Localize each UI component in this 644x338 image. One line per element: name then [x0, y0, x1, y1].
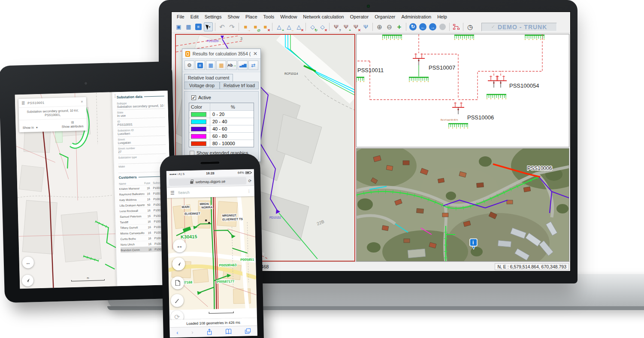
tablet-device: ☰ PSS10001 ✕ Substation secondary ground… [0, 61, 178, 303]
show-attributes-button[interactable]: ▤ Show attributes [61, 120, 83, 128]
chart-icon[interactable]: ▃▅▇ [238, 61, 248, 70]
legend-row: 40 - 60 [189, 125, 254, 132]
reload-icon[interactable]: ⟳ [248, 178, 252, 183]
results-tabs-top: Relative load current [182, 72, 260, 82]
phone-label-elverket-ts: ELVERKET TS [222, 217, 243, 221]
phone-map-canvas[interactable]: MARI MRDN NORRA ELVERKET MRDN027 ELVERKE… [167, 196, 257, 310]
tablet-result-card[interactable]: ☰ PSS10001 ✕ Substation secondary ground… [18, 97, 87, 132]
plug-query-icon[interactable]: Ψ? [332, 22, 341, 31]
tabs-icon[interactable] [245, 328, 251, 334]
aerial-canvas[interactable]: PSS10006 i [357, 149, 569, 262]
vertex-move-icon[interactable]: △→ [284, 22, 293, 31]
settings-gear-icon[interactable]: ⚙ [184, 61, 194, 70]
map-label-3: 3 [240, 37, 242, 41]
flow-arrows-icon[interactable]: ⇄ [248, 61, 258, 70]
nav-back-icon[interactable]: ‹ [176, 330, 178, 335]
grid-highlight-icon[interactable]: ▦ [216, 61, 226, 70]
box-rotate-icon[interactable]: ◇↻ [308, 22, 317, 31]
schematic-view-icon[interactable] [452, 22, 461, 31]
menu-file[interactable]: File [177, 14, 184, 19]
hamburger-menu-icon[interactable]: ☰ [21, 101, 25, 105]
customers-title: Customers [119, 174, 166, 180]
close-icon[interactable]: ✕ [81, 100, 83, 104]
results-dialog-titlebar[interactable]: Results for calculation 3554 (Des... ✕ [182, 49, 260, 59]
webmap-search-bar[interactable]: ☰ Search ⋮ [167, 186, 254, 198]
url-text[interactable]: webmap.digpro.se [196, 179, 226, 184]
phone-speaker [200, 162, 219, 164]
menu-operator[interactable]: Operator [350, 14, 369, 19]
nav-back-icon[interactable]: ← [418, 22, 427, 31]
app-icon [185, 51, 190, 57]
label-ab-icon[interactable]: Ab→ [227, 61, 237, 70]
search-input[interactable]: Search [178, 189, 244, 195]
object-create-icon[interactable]: ■→ [241, 22, 250, 31]
nav-forward-icon[interactable]: › [191, 329, 194, 335]
zoom-in-icon[interactable]: ⊕ [375, 22, 384, 31]
menu-edit[interactable]: Edit [190, 14, 199, 19]
field-make: Make [118, 163, 166, 173]
pan-icon[interactable]: + [395, 22, 404, 31]
share-icon[interactable] [206, 329, 212, 335]
nav-forward-icon[interactable]: → [428, 22, 437, 31]
show-in-dropdown[interactable]: Show in ▼ [23, 125, 38, 130]
plug-delete-icon[interactable]: Ψ✕ [351, 22, 360, 31]
phone-device: ●●●●○ A1 S 16:28 64% webmap.digpro.se ⟳ … [160, 154, 264, 338]
legend-row: 0 - 20 [189, 110, 254, 118]
schematic-canvas[interactable]: PSS10011 PSS10007 PSS100054 PSS10006 Rel… [357, 34, 569, 147]
hamburger-menu-icon[interactable]: ☰ [170, 190, 175, 195]
undo-icon[interactable]: ↶ [218, 22, 227, 31]
plug-add-icon[interactable]: Ψ+ [342, 22, 351, 31]
schematic-label-pss10007: PSS10007 [429, 64, 455, 71]
brush-icon [174, 298, 180, 303]
tab-relative-load-current[interactable]: Relative load current [184, 74, 233, 82]
aerial-label-pss10006: PSS10006 [527, 165, 552, 171]
legend-swatch [191, 119, 206, 124]
legend-row: 80 - 10000 [189, 140, 254, 147]
legend-row: 20 - 40 [189, 118, 254, 125]
bookmarks-icon[interactable] [225, 329, 231, 334]
map-label-pd10220: PD10220 [207, 40, 218, 43]
menu-administration[interactable]: Administration [401, 14, 431, 19]
zoom-out-icon[interactable]: ⊖ [385, 22, 394, 31]
vertex-add-icon[interactable]: △+ [275, 22, 284, 31]
menu-network-calculation[interactable]: Network calculation [303, 14, 344, 19]
vertex-delete-icon[interactable]: △✕ [294, 22, 303, 31]
kebab-menu-icon[interactable]: ⋮ [247, 189, 251, 193]
phone-label-p005851: P005851 [240, 258, 254, 262]
table-view-icon[interactable]: ▦ [206, 61, 216, 70]
alarm-clock-icon[interactable]: ◷ [466, 22, 475, 31]
tab-voltage-drop[interactable]: Voltage drop [184, 82, 220, 89]
menu-help[interactable]: Help [437, 14, 447, 19]
main-toolbar: ▣ ▦ ≡ ▾ ↶ ↷ ■→ ■@ ■✕ △+ △→ △✕ ◇↻ [172, 21, 570, 33]
results-dialog[interactable]: Results for calculation 3554 (Des... ✕ ⚙… [182, 49, 261, 162]
menu-window[interactable]: Window [280, 14, 297, 19]
menu-tools[interactable]: Tools [263, 14, 275, 19]
field-street-number: Street number 27 [118, 145, 166, 155]
nav-overview-icon[interactable]: ↻ [408, 22, 417, 31]
aerial-photo-panel[interactable]: PSS10006 i [356, 148, 569, 262]
close-icon[interactable]: ✕ [253, 51, 257, 57]
stop-icon[interactable] [438, 22, 447, 31]
list-view-icon[interactable]: ≡ [194, 22, 203, 31]
menu-settings[interactable]: Settings [205, 14, 222, 19]
box-delete-icon[interactable]: ◇✕ [318, 22, 327, 31]
menu-place[interactable]: Place [245, 14, 257, 19]
menu-show[interactable]: Show [227, 14, 239, 19]
field-substation-type: Substation type [118, 154, 166, 164]
object-delete-icon[interactable]: ■✕ [261, 22, 270, 31]
tab-relative-trf-load[interactable]: Relative trf load [220, 82, 259, 89]
schematic-rel-load-note: Rel.trf load 64.49 % [441, 119, 458, 121]
tablet-card-subtitle: Substation secondary ground, 10 kV, PSS1… [18, 106, 87, 120]
kebab-menu-icon[interactable]: ⋮ [113, 94, 117, 98]
active-checkbox[interactable]: ✓ [191, 95, 196, 100]
menu-organizer[interactable]: Organizer [375, 14, 395, 19]
object-update-icon[interactable]: ■@ [251, 22, 260, 31]
panel-view-icon[interactable]: ▣ [174, 22, 183, 31]
select-cursor-icon[interactable]: ▾ [204, 22, 213, 31]
plug-trace-icon[interactable]: Ψ [361, 22, 370, 31]
phone-map[interactable]: MARI MRDN NORRA ELVERKET MRDN027 ELVERKE… [167, 196, 257, 310]
schematic-panel[interactable]: PSS10011 PSS10007 PSS100054 PSS10006 Rel… [356, 34, 569, 147]
redo-icon[interactable]: ↷ [227, 22, 236, 31]
report-list-icon[interactable]: ≡ [195, 61, 205, 70]
table-schedule-icon[interactable]: ▦ [184, 22, 193, 31]
